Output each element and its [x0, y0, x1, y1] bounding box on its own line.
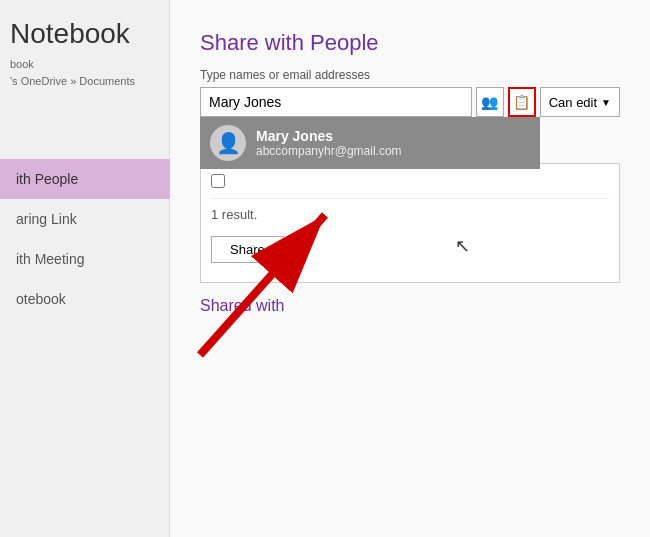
sidebar: Notebook book 's OneDrive » Documents it… — [0, 0, 170, 537]
notebook-icon-btn[interactable]: 📋 — [508, 87, 536, 117]
breadcrumb: book 's OneDrive » Documents — [0, 54, 169, 99]
name-input[interactable] — [200, 87, 472, 117]
suggestion-dropdown: 👤 Mary Jones abccompanyhr@gmail.com — [200, 117, 540, 169]
checkbox-row — [211, 174, 609, 188]
sidebar-item-meeting[interactable]: ith Meeting — [0, 239, 169, 279]
notebook-icon: 📋 — [513, 94, 530, 110]
app-title: Notebook — [0, 0, 169, 54]
suggestion-text: Mary Jones abccompanyhr@gmail.com — [256, 128, 402, 158]
shared-with-title: Shared with — [200, 297, 620, 315]
avatar: 👤 — [210, 125, 246, 161]
can-edit-button[interactable]: Can edit ▼ — [540, 87, 620, 117]
section-title: Share with People — [200, 30, 620, 56]
share-button[interactable]: Share — [211, 236, 284, 263]
main-content: Share with People Type names or email ad… — [170, 0, 650, 537]
person-icon: 👤 — [216, 131, 241, 155]
suggestion-email: abccompanyhr@gmail.com — [256, 144, 402, 158]
input-row: 👥 📋 Can edit ▼ — [200, 87, 620, 117]
sidebar-item-notebook[interactable]: otebook — [0, 279, 169, 319]
suggestion-name: Mary Jones — [256, 128, 402, 144]
suggestion-item[interactable]: 👤 Mary Jones abccompanyhr@gmail.com — [200, 117, 540, 169]
checkbox[interactable] — [211, 174, 225, 188]
dropdown-arrow-icon: ▼ — [601, 97, 611, 108]
result-count: 1 result. — [211, 198, 609, 230]
white-box: 1 result. Share — [200, 163, 620, 283]
sidebar-item-share-people[interactable]: ith People — [0, 159, 169, 199]
address-book-icon-btn[interactable]: 👥 — [476, 87, 504, 117]
sidebar-nav: ith People aring Link ith Meeting oteboo… — [0, 159, 169, 319]
input-label: Type names or email addresses — [200, 68, 620, 82]
sidebar-item-sharing-link[interactable]: aring Link — [0, 199, 169, 239]
people-icon: 👥 — [481, 94, 498, 110]
